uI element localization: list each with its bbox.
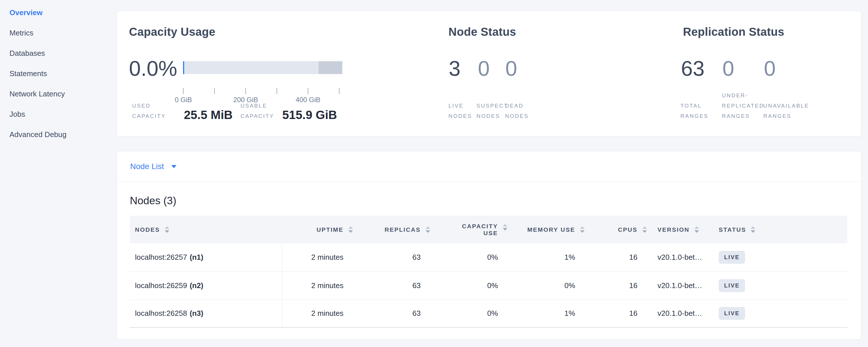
sort-icon: [750, 226, 756, 233]
table-header-row: NODES UPTIME REPLICAS CAPACITY USE MEMOR…: [130, 216, 847, 244]
version-cell: v20.1.0-bet…: [648, 272, 715, 299]
column-label: CPUS: [618, 226, 638, 233]
node-list-header-row: Node List: [117, 151, 861, 182]
column-header-cpus[interactable]: CPUS: [585, 216, 648, 244]
sort-icon: [425, 226, 431, 233]
total-ranges-count: 63: [681, 56, 705, 81]
table-row[interactable]: localhost:26259(n2) 2 minutes 63 0% 0% 1…: [130, 272, 847, 299]
cpus-cell: 16: [585, 272, 648, 299]
column-header-status[interactable]: STATUS: [715, 216, 847, 244]
suspect-nodes-label: SUSPECT NODES: [476, 101, 508, 121]
uptime-cell: 2 minutes: [282, 272, 353, 299]
live-nodes-label: LIVE NODES: [448, 101, 472, 121]
status-cell: LIVE: [715, 299, 847, 327]
cpus-cell: 16: [585, 299, 648, 327]
live-nodes-count: 3: [449, 56, 461, 81]
usable-capacity-value: 515.9 GiB: [282, 108, 337, 122]
axis-tick: [339, 88, 339, 94]
column-label: UPTIME: [317, 226, 343, 233]
sort-icon: [502, 224, 508, 230]
unavailable-ranges-label: UNAVAILABLE RANGES: [763, 101, 809, 121]
sort-icon: [347, 226, 353, 233]
sort-icon: [579, 226, 585, 233]
replicas-cell: 63: [353, 299, 431, 327]
sort-icon: [164, 226, 170, 233]
node-list-card: Node List Nodes (3) NODES UPTIME REPLICA…: [117, 151, 861, 340]
uptime-cell: 2 minutes: [282, 299, 353, 327]
status-cell: LIVE: [715, 272, 847, 299]
chevron-down-icon: [171, 165, 177, 168]
column-header-capacity-use[interactable]: CAPACITY USE: [431, 216, 508, 244]
suspect-nodes-count: 0: [478, 56, 490, 81]
replication-status-title: Replication Status: [683, 26, 784, 38]
column-header-replicas[interactable]: REPLICAS: [353, 216, 431, 244]
column-label: VERSION: [657, 226, 689, 233]
capacity-usage-title: Capacity Usage: [129, 26, 215, 38]
node-status-title: Node Status: [448, 26, 516, 38]
node-address-cell: localhost:26258(n3): [130, 299, 282, 327]
column-header-memory-use[interactable]: MEMORY USE: [508, 216, 585, 244]
cluster-summary-card: Capacity Usage 0.0% 0 GiB 200 GiB 400 Gi…: [117, 11, 861, 136]
sidebar-item-network-latency[interactable]: Network Latency: [0, 90, 117, 110]
node-list-dropdown-label: Node List: [130, 162, 164, 171]
axis-tick: [183, 88, 184, 94]
axis-tick: [245, 88, 246, 94]
capacity-bar-reserved-segment: [319, 61, 342, 74]
column-label: STATUS: [719, 226, 746, 233]
column-header-version[interactable]: VERSION: [648, 216, 715, 244]
capacity-usage-bar: [183, 61, 342, 74]
axis-tick-label: 0 GiB: [175, 96, 192, 104]
node-address-cell: localhost:26259(n2): [130, 272, 282, 299]
table-row[interactable]: localhost:26258(n3) 2 minutes 63 0% 1% 1…: [130, 299, 847, 327]
capacity-bar-used-segment: [183, 61, 184, 74]
sidebar-item-jobs[interactable]: Jobs: [0, 110, 117, 130]
version-cell: v20.1.0-bet…: [648, 299, 715, 327]
replicas-cell: 63: [353, 244, 431, 272]
capacity-use-cell: 0%: [431, 272, 508, 299]
sort-icon: [642, 226, 648, 233]
column-label: NODES: [135, 226, 160, 233]
status-badge: LIVE: [719, 279, 745, 292]
total-ranges-label: TOTAL RANGES: [680, 101, 708, 121]
sidebar-item-statements[interactable]: Statements: [0, 69, 117, 90]
column-label: REPLICAS: [385, 226, 421, 233]
column-label: MEMORY USE: [527, 226, 575, 233]
sort-icon: [693, 226, 700, 233]
memory-use-cell: 0%: [508, 272, 585, 299]
uptime-cell: 2 minutes: [282, 244, 353, 272]
column-header-nodes[interactable]: NODES: [130, 216, 282, 244]
axis-tick: [308, 88, 308, 94]
usable-capacity-label: USABLE CAPACITY: [241, 101, 274, 121]
node-address-cell: localhost:26257(n1): [130, 244, 282, 272]
used-capacity-value: 25.5 MiB: [184, 108, 232, 122]
version-cell: v20.1.0-bet…: [648, 244, 715, 272]
column-header-uptime[interactable]: UPTIME: [282, 216, 353, 244]
node-list-dropdown[interactable]: Node List: [130, 162, 177, 171]
unavailable-ranges-count: 0: [764, 56, 776, 81]
status-badge: LIVE: [719, 251, 745, 264]
table-row[interactable]: localhost:26257(n1) 2 minutes 63 0% 1% 1…: [130, 244, 847, 272]
dead-nodes-label: DEAD NODES: [505, 101, 529, 121]
capacity-use-cell: 0%: [431, 244, 508, 272]
axis-tick: [277, 88, 277, 94]
memory-use-cell: 1%: [508, 299, 585, 327]
cpus-cell: 16: [585, 244, 648, 272]
sidebar-item-advanced-debug[interactable]: Advanced Debug: [0, 130, 117, 151]
replicas-cell: 63: [353, 272, 431, 299]
status-cell: LIVE: [715, 244, 847, 272]
axis-tick-label: 400 GiB: [296, 96, 320, 104]
sidebar-item-databases[interactable]: Databases: [0, 49, 117, 69]
status-badge: LIVE: [719, 307, 745, 320]
nodes-section-title: Nodes (3): [130, 195, 176, 207]
column-label: CAPACITY USE: [462, 223, 498, 236]
sidebar-item-overview[interactable]: Overview: [0, 8, 117, 29]
memory-use-cell: 1%: [508, 244, 585, 272]
axis-tick: [214, 88, 215, 94]
under-replicated-ranges-label: UNDER- REPLICATED RANGES: [722, 90, 764, 121]
sidebar-item-metrics[interactable]: Metrics: [0, 29, 117, 49]
capacity-use-cell: 0%: [431, 299, 508, 327]
nodes-table: NODES UPTIME REPLICAS CAPACITY USE MEMOR…: [130, 216, 847, 328]
under-replicated-ranges-count: 0: [722, 56, 734, 81]
capacity-used-percent: 0.0%: [129, 56, 177, 81]
dead-nodes-count: 0: [505, 56, 517, 81]
